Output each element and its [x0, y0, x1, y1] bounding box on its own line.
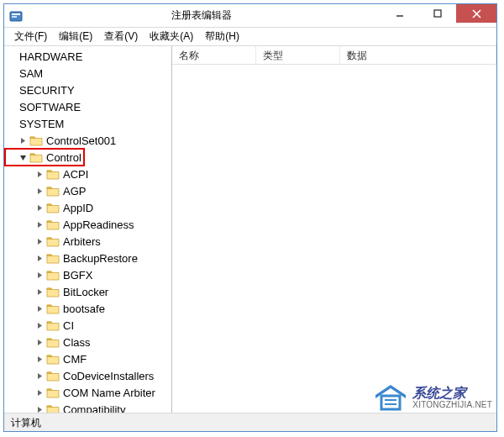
expander-spacer [8, 102, 18, 112]
tree-root-security[interactable]: SECURITY [6, 82, 171, 98]
expand-icon[interactable] [34, 169, 45, 179]
svg-marker-22 [38, 390, 42, 396]
tree-node-arbiters[interactable]: Arbiters [6, 233, 171, 250]
tree-label: SAM [19, 67, 43, 80]
tree-label: BackupRestore [63, 252, 138, 265]
col-type[interactable]: 类型 [256, 46, 340, 64]
svg-marker-7 [21, 138, 25, 144]
tree-node-bitlocker[interactable]: BitLocker [6, 283, 171, 300]
tree-node-control[interactable]: Control [6, 149, 171, 166]
tree-node-cmf[interactable]: CMF [6, 350, 171, 367]
menu-help[interactable]: 帮助(H) [200, 28, 244, 45]
expand-icon[interactable] [34, 320, 45, 330]
folder-icon [29, 134, 43, 146]
tree-node-codeviceinstallers[interactable]: CoDeviceInstallers [6, 367, 171, 384]
menu-view[interactable]: 查看(V) [99, 28, 143, 45]
folder-icon [46, 168, 60, 180]
svg-rect-1 [12, 13, 20, 15]
expand-icon[interactable] [34, 303, 45, 313]
tree-node-bootsafe[interactable]: bootsafe [6, 300, 171, 317]
menubar: 文件(F) 编辑(E) 查看(V) 收藏夹(A) 帮助(H) [4, 28, 496, 46]
folder-icon [46, 218, 60, 230]
watermark-text-cn: 系统之家 [412, 386, 492, 401]
maximize-button[interactable] [418, 4, 456, 23]
col-name[interactable]: 名称 [172, 46, 256, 64]
tree-label: BitLocker [63, 286, 108, 298]
watermark-logo-icon [374, 383, 407, 412]
tree-label: SYSTEM [19, 118, 64, 130]
tree-label: Arbiters [63, 235, 101, 248]
expander-spacer [8, 118, 18, 129]
window-title: 注册表编辑器 [23, 8, 381, 23]
expander-spacer [8, 68, 18, 78]
statusbar: 计算机 [4, 413, 496, 431]
folder-icon [29, 151, 43, 163]
tree-node-backuprestore[interactable]: BackupRestore [6, 250, 171, 266]
tree-node-compatibility[interactable]: Compatibility [6, 401, 171, 413]
expander-spacer [8, 85, 18, 95]
tree-label: BGFX [63, 269, 92, 282]
menu-favorites[interactable]: 收藏夹(A) [144, 28, 198, 45]
expand-icon[interactable] [18, 135, 28, 145]
tree-node-com-name-arbiter[interactable]: COM Name Arbiter [6, 384, 171, 401]
svg-marker-9 [38, 171, 42, 177]
tree-node-appreadiness[interactable]: AppReadiness [6, 216, 171, 233]
tree-label: COM Name Arbiter [63, 387, 155, 399]
expand-icon[interactable] [34, 219, 45, 229]
tree-node-class[interactable]: Class [6, 334, 171, 350]
svg-marker-10 [38, 188, 42, 194]
tree-label: CMF [63, 353, 87, 366]
svg-marker-16 [38, 289, 42, 295]
tree-node-appid[interactable]: AppID [6, 199, 171, 216]
folder-icon [46, 235, 60, 247]
expand-icon[interactable] [34, 387, 45, 398]
expand-icon[interactable] [34, 203, 45, 213]
tree-node-bgfx[interactable]: BGFX [6, 266, 171, 283]
watermark: 系统之家 XITONGZHIJIA.NET [374, 383, 492, 412]
expand-icon[interactable] [34, 186, 45, 196]
titlebar[interactable]: 注册表编辑器 [4, 4, 496, 28]
tree-node-ci[interactable]: CI [6, 317, 171, 334]
svg-marker-18 [38, 323, 42, 329]
col-data[interactable]: 数据 [340, 46, 496, 64]
expand-icon[interactable] [34, 287, 45, 297]
tree-root-hardware[interactable]: HARDWARE [6, 48, 171, 65]
tree-label: Compatibility [63, 403, 125, 413]
svg-marker-14 [38, 255, 42, 261]
registry-tree: HARDWARESAMSECURITYSOFTWARESYSTEMControl… [4, 46, 171, 413]
values-header: 名称 类型 数据 [172, 46, 496, 65]
expand-icon[interactable] [34, 253, 45, 263]
expand-icon[interactable] [34, 354, 45, 364]
tree-root-system[interactable]: SYSTEM [6, 115, 171, 132]
tree-root-sam[interactable]: SAM [6, 65, 171, 82]
folder-icon [46, 403, 60, 413]
folder-icon [46, 387, 60, 398]
tree-node-acpi[interactable]: ACPI [6, 166, 171, 182]
expand-icon[interactable] [34, 337, 45, 347]
collapse-icon[interactable] [18, 152, 28, 162]
folder-icon [46, 303, 60, 314]
tree-panel[interactable]: HARDWARESAMSECURITYSOFTWARESYSTEMControl… [4, 46, 172, 413]
menu-edit[interactable]: 编辑(E) [54, 28, 97, 45]
expand-icon[interactable] [34, 404, 45, 413]
close-button[interactable] [456, 4, 496, 23]
svg-marker-15 [38, 272, 42, 278]
watermark-text-en: XITONGZHIJIA.NET [412, 400, 492, 409]
menu-file[interactable]: 文件(F) [9, 28, 52, 45]
values-list[interactable] [172, 65, 496, 413]
svg-rect-28 [381, 396, 400, 409]
tree-node-agp[interactable]: AGP [6, 182, 171, 199]
expand-icon[interactable] [34, 371, 45, 381]
svg-marker-21 [38, 373, 42, 379]
svg-rect-2 [12, 16, 17, 18]
minimize-button[interactable] [381, 4, 418, 23]
tree-node-controlset001[interactable]: ControlSet001 [6, 132, 171, 149]
tree-root-software[interactable]: SOFTWARE [6, 98, 171, 115]
folder-icon [46, 336, 60, 348]
folder-icon [46, 202, 60, 213]
expand-icon[interactable] [34, 236, 45, 246]
window-controls [381, 4, 496, 27]
expand-icon[interactable] [34, 270, 45, 280]
values-panel: 名称 类型 数据 [172, 46, 496, 413]
tree-label: AGP [63, 185, 86, 197]
